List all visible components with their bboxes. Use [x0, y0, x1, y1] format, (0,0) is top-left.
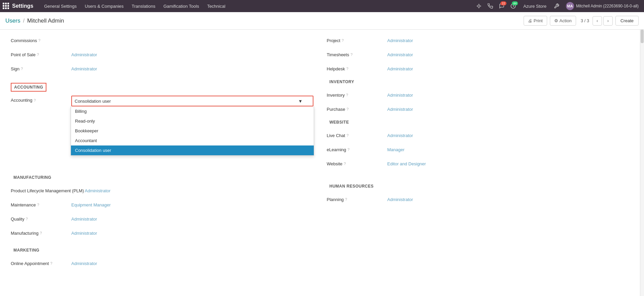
planning-help-icon[interactable]: ?	[345, 197, 347, 201]
commissions-help-icon[interactable]: ?	[38, 38, 40, 42]
nav-users-companies[interactable]: Users & Companies	[81, 0, 128, 12]
accounting-dropdown-trigger[interactable]: Consolidation user ▼	[71, 96, 313, 106]
accounting-field-row: Accounting ? Consolidation user ▼ Billin…	[11, 96, 313, 106]
option-consolidation-user[interactable]: Consolidation user	[71, 145, 314, 155]
phone-icon[interactable]	[486, 1, 495, 11]
online-appt-help-icon[interactable]: ?	[50, 261, 52, 265]
plm-row: Product Lifecycle Management (PLM) Admin…	[11, 185, 313, 196]
left-column: Commissions ? Point of Sale ? Administra…	[11, 35, 313, 272]
helpdesk-label: Helpdesk ?	[327, 66, 387, 71]
quality-value[interactable]: Administrator	[71, 217, 97, 222]
project-label: Project ?	[327, 38, 387, 43]
nav-gamification[interactable]: Gamification Tools	[159, 0, 203, 12]
scrollbar-thumb[interactable]	[641, 30, 644, 43]
website-value[interactable]: Editor and Designer	[387, 161, 426, 166]
elearning-label: eLearning ?	[327, 147, 387, 152]
human-resources-section-heading: HUMAN RESOURCES	[327, 183, 630, 190]
elearning-row: eLearning ? Manager	[327, 144, 630, 155]
option-readonly[interactable]: Read-only	[71, 116, 314, 126]
azure-store-button[interactable]: Azure Store	[520, 1, 550, 11]
website-help-icon[interactable]: ?	[344, 162, 346, 166]
user-menu[interactable]: MA Mitchell Admin (22263690-16-0-all)	[563, 1, 641, 11]
nav-translations[interactable]: Translations	[128, 0, 159, 12]
commissions-row: Commissions ?	[11, 35, 313, 46]
accounting-help-icon[interactable]: ?	[34, 98, 36, 102]
timesheets-row: Timesheets ? Administrator	[327, 49, 630, 60]
project-help-icon[interactable]: ?	[342, 38, 344, 42]
inventory-section-heading: INVENTORY	[327, 78, 630, 86]
sign-help-icon[interactable]: ?	[21, 67, 23, 71]
topbar: Settings General Settings Users & Compan…	[0, 0, 644, 12]
timesheets-label: Timesheets ?	[327, 52, 387, 57]
project-value[interactable]: Administrator	[387, 38, 413, 43]
livechat-value[interactable]: Administrator	[387, 133, 413, 138]
gear-icon: ⚙	[554, 18, 558, 23]
breadcrumb-current-page: Mitchell Admin	[27, 18, 64, 24]
option-bookkeeper[interactable]: Bookkeeper	[71, 126, 314, 136]
helpdesk-value[interactable]: Administrator	[387, 66, 413, 71]
print-button[interactable]: 🖨 Print	[524, 16, 547, 26]
manufacturing-help-icon[interactable]: ?	[40, 231, 42, 235]
nav-general-settings[interactable]: General Settings	[40, 0, 81, 12]
breadcrumb-users-link[interactable]: Users	[5, 18, 20, 24]
page-actions: 🖨 Print ⚙ Action 3 / 3 ‹ › Create	[524, 16, 639, 26]
plm-label: Product Lifecycle Management (PLM)	[11, 188, 85, 193]
commissions-label: Commissions ?	[11, 38, 71, 43]
elearning-value[interactable]: Manager	[387, 147, 405, 152]
nav-next-button[interactable]: ›	[603, 16, 613, 26]
pos-value[interactable]: Administrator	[71, 52, 97, 57]
nav-technical[interactable]: Technical	[203, 0, 229, 12]
elearning-help-icon[interactable]: ?	[347, 147, 349, 152]
bug-icon[interactable]	[474, 1, 484, 11]
sign-value[interactable]: Administrator	[71, 66, 97, 71]
manufacturing-value[interactable]: Administrator	[71, 231, 97, 236]
maintenance-row: Maintenance ? Equipment Manager	[11, 199, 313, 210]
action-button[interactable]: ⚙ Action	[550, 16, 576, 26]
quality-help-icon[interactable]: ?	[26, 217, 28, 221]
project-row: Project ? Administrator	[327, 35, 630, 46]
maintenance-label: Maintenance ?	[11, 202, 71, 207]
planning-value[interactable]: Administrator	[387, 197, 413, 202]
livechat-label: Live Chat ?	[327, 133, 387, 138]
purchase-value[interactable]: Administrator	[387, 107, 413, 112]
purchase-row: Purchase ? Administrator	[327, 104, 630, 114]
plm-value[interactable]: Administrator	[85, 188, 111, 193]
app-name: Settings	[12, 3, 33, 9]
inventory-help-icon[interactable]: ?	[346, 93, 348, 97]
maintenance-help-icon[interactable]: ?	[37, 203, 39, 207]
chat-badge: 22	[500, 1, 506, 5]
pos-help-icon[interactable]: ?	[37, 53, 39, 57]
manufacturing-label: Manufacturing ?	[11, 231, 71, 236]
inventory-label: Inventory ?	[327, 93, 387, 98]
option-accountant[interactable]: Accountant	[71, 136, 314, 145]
helpdesk-help-icon[interactable]: ?	[346, 67, 348, 71]
nav-arrows: 3 / 3 ‹ ›	[579, 16, 613, 26]
pos-row: Point of Sale ? Administrator	[11, 49, 313, 60]
nav-prev-button[interactable]: ‹	[593, 16, 602, 26]
activity-icon[interactable]: 44	[508, 1, 518, 11]
breadcrumb: Users / Mitchell Admin	[5, 18, 524, 24]
livechat-help-icon[interactable]: ?	[346, 133, 348, 137]
apps-grid-icon[interactable]	[3, 3, 9, 9]
chat-icon[interactable]: 22	[497, 1, 506, 11]
accounting-selected-value: Consolidation user	[75, 99, 111, 104]
accounting-section-heading: ACCOUNTING	[11, 83, 46, 92]
right-column: Project ? Administrator Timesheets ? Adm…	[327, 35, 630, 272]
option-billing[interactable]: Billing	[71, 106, 314, 116]
quality-row: Quality ? Administrator	[11, 213, 313, 224]
website-label: Website ?	[327, 161, 387, 166]
timesheets-value[interactable]: Administrator	[387, 52, 413, 57]
sign-label: Sign ?	[11, 66, 71, 71]
create-button[interactable]: Create	[615, 16, 639, 26]
accounting-dropdown-options: Billing Read-only Bookkeeper Accountant …	[71, 106, 314, 156]
timesheets-help-icon[interactable]: ?	[350, 53, 352, 57]
maintenance-value[interactable]: Equipment Manager	[71, 202, 111, 207]
wrench-icon[interactable]	[552, 1, 561, 11]
user-name-label: Mitchell Admin (22263690-16-0-all)	[576, 4, 639, 8]
purchase-help-icon[interactable]: ?	[346, 107, 348, 111]
vertical-scrollbar[interactable]	[640, 30, 644, 296]
online-appt-value[interactable]: Administrator	[71, 261, 97, 266]
inventory-value[interactable]: Administrator	[387, 93, 413, 98]
planning-label: Planning ?	[327, 197, 387, 202]
accounting-dropdown-control: Consolidation user ▼ Billing Read-only B…	[71, 96, 313, 106]
